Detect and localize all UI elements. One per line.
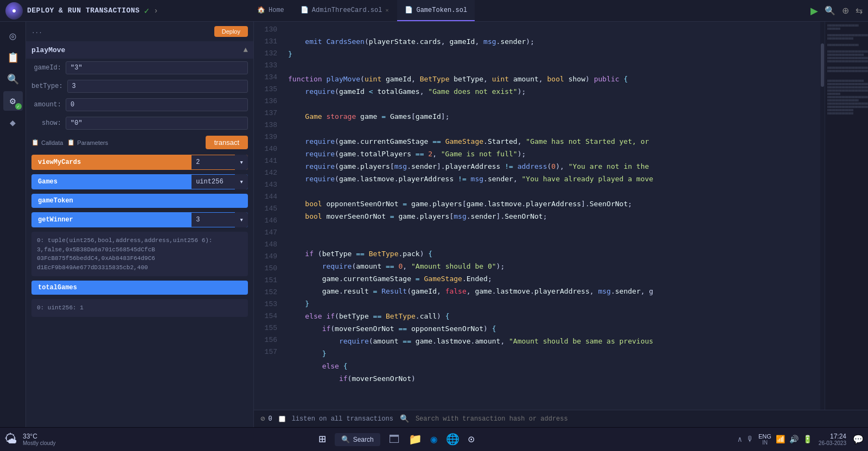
sidebar-item-compile[interactable]: ⚙ ✓ — [3, 91, 23, 111]
sidebar-item-deploy[interactable]: ◆ — [3, 113, 23, 132]
getwinner-button[interactable]: getWinner 3 ▾ — [31, 212, 248, 227]
search-icon: 🔍 — [7, 73, 19, 85]
gameid-label: gameId: — [31, 64, 61, 72]
search-button[interactable]: 🔍 — [825, 5, 835, 16]
viewmycards-value: 2 — [192, 155, 235, 169]
calldata-icon: 📋 — [31, 139, 39, 146]
show-input[interactable] — [66, 117, 248, 130]
tab-home[interactable]: 🏠 Home — [250, 0, 292, 21]
lang-label: ENG — [758, 433, 771, 440]
region-label: IN — [758, 440, 771, 446]
playmove-collapse[interactable]: ▲ — [244, 46, 248, 54]
app-logo: ● — [5, 2, 23, 20]
amount-input[interactable] — [66, 98, 248, 111]
taskbar-chrome-icon[interactable]: ⊙ — [468, 433, 475, 446]
games-arrow[interactable]: ▾ — [235, 174, 248, 189]
tab-admin[interactable]: 📄 AdminThreeCard.sol ✕ — [293, 0, 397, 21]
games-button[interactable]: Games uint256 ▾ — [31, 174, 248, 189]
sys-tray: ∧ 🎙 ENG IN 📶 🔊 🔋 — [738, 433, 812, 446]
getwinner-arrow[interactable]: ▾ — [235, 212, 248, 227]
tab-game[interactable]: 📄 GameToken.sol — [397, 0, 475, 21]
listen-label: listen on all transactions — [292, 415, 393, 423]
line-numbers: 130 131 132 133 134 135 136 137 138 139 … — [254, 22, 284, 410]
games-label: Games — [31, 175, 192, 189]
deploy-title: DEPLOY & RUN TRANSACTIONS — [27, 7, 140, 15]
files-icon: 📋 — [7, 52, 19, 63]
deploy-button[interactable]: Deploy — [214, 26, 248, 37]
sidebar-icons: ◎ 📋 🔍 ⚙ ✓ ◆ — [0, 22, 26, 427]
parameters-icon: 📋 — [67, 139, 75, 146]
code-content: 130 131 132 133 134 135 136 137 138 139 … — [254, 22, 868, 410]
taskbar-search-app[interactable]: 🔍 Search — [335, 433, 380, 446]
bottom-listen: ⊘ 0 — [260, 414, 272, 423]
left-panel: ... Deploy playMove ▲ gameId: betType: a… — [26, 22, 254, 427]
taskbar: 🌤 33°C Mostly cloudy ⊞ 🔍 Search 🗖 📁 ◉ 🌐 … — [0, 427, 868, 451]
bettype-input[interactable] — [67, 80, 248, 93]
gameid-input[interactable] — [66, 61, 248, 74]
taskbar-code-icon[interactable]: ◉ — [431, 433, 437, 446]
tab-admin-close[interactable]: ✕ — [385, 7, 388, 14]
volume-icon[interactable]: 🔊 — [789, 435, 799, 444]
arrow-icon: › — [154, 7, 158, 15]
zoom-in-button[interactable]: ⊕ — [842, 5, 849, 16]
taskbar-left: 🌤 33°C Mostly cloudy — [4, 431, 56, 447]
check-icon: ✓ — [144, 5, 150, 16]
chevron-up-icon[interactable]: ∧ — [738, 435, 742, 444]
mic-icon[interactable]: 🎙 — [746, 435, 754, 444]
listen-checkbox[interactable] — [279, 416, 285, 422]
tab-home-label: Home — [269, 7, 284, 14]
button-row: 📋 Calldata 📋 Parameters transact — [26, 132, 253, 153]
gameid-field: gameId: — [26, 59, 253, 77]
getwinner-output-text: 0: tuple(uint256,bool,address,address,ui… — [37, 237, 212, 271]
viewmycards-arrow[interactable]: ▾ — [235, 155, 248, 170]
stop-icon[interactable]: ⊘ — [260, 414, 265, 423]
playmove-header: playMove ▲ — [26, 41, 253, 59]
weather-desc: Mostly cloudy — [23, 440, 56, 446]
taskbar-desktop-icon[interactable]: 🗖 — [389, 433, 400, 446]
sidebar-item-files[interactable]: 📋 — [3, 48, 23, 67]
calldata-button[interactable]: 📋 Calldata — [31, 139, 63, 146]
run-button[interactable]: ▶ — [810, 5, 818, 17]
bettype-label: betType: — [31, 82, 63, 90]
top-bar-actions: ▶ 🔍 ⊕ ⇆ — [805, 5, 868, 17]
weather-icon: 🌤 — [4, 431, 17, 447]
getwinner-label: getWinner — [31, 213, 192, 227]
amount-label: amount: — [31, 101, 61, 109]
panel-label: ... — [31, 28, 42, 35]
vertical-scrollbar[interactable] — [820, 22, 825, 410]
transact-button[interactable]: transact — [206, 136, 248, 149]
date-display: 26-03-2023 — [819, 440, 846, 446]
home-icon: 🏠 — [257, 6, 265, 14]
tab-bar: 🏠 Home 📄 AdminThreeCard.sol ✕ 📄 GameToke… — [250, 0, 805, 21]
show-label: show: — [31, 119, 61, 127]
totalgames-button[interactable]: totalGames — [31, 281, 248, 295]
weather-info: 33°C Mostly cloudy — [23, 433, 56, 446]
gametoken-button[interactable]: gameToken — [31, 194, 248, 208]
battery-icon[interactable]: 🔋 — [803, 435, 812, 444]
expand-button[interactable]: ⇆ — [856, 5, 863, 16]
playmove-title: playMove — [31, 46, 65, 54]
viewmycards-button[interactable]: viewMyCards 2 ▾ — [31, 155, 248, 170]
wifi-icon[interactable]: 📶 — [776, 435, 785, 444]
file-icon-game: 📄 — [405, 6, 413, 14]
top-bar: ● DEPLOY & RUN TRANSACTIONS ✓ › 🏠 Home 📄… — [0, 0, 868, 22]
sidebar-item-search[interactable]: 🔍 — [3, 69, 23, 89]
show-field: show: — [26, 114, 253, 132]
code-lines[interactable]: emit CardsSeen(playerState.cards, gameId… — [284, 22, 820, 410]
sidebar-item-remix[interactable]: ◎ — [3, 26, 23, 46]
compile-badge: ✓ — [15, 103, 22, 110]
getwinner-value: 3 — [192, 213, 235, 227]
code-area: 130 131 132 133 134 135 136 137 138 139 … — [254, 22, 868, 427]
windows-icon[interactable]: ⊞ — [318, 432, 326, 447]
search-icon-bottom[interactable]: 🔍 — [400, 414, 409, 423]
search-input-bottom[interactable] — [416, 415, 861, 423]
taskbar-browser-icon[interactable]: 🌐 — [446, 433, 459, 446]
mini-map: ████████████████████████████████████████… — [825, 22, 868, 410]
taskbar-folder-icon[interactable]: 📁 — [409, 433, 422, 446]
notification-icon[interactable]: 💬 — [853, 434, 864, 445]
games-value: uint256 — [192, 175, 235, 189]
top-bar-left: ● DEPLOY & RUN TRANSACTIONS ✓ › — [0, 2, 250, 20]
taskbar-center: ⊞ 🔍 Search 🗖 📁 ◉ 🌐 ⊙ — [60, 432, 733, 447]
totalgames-output: 0: uint256: 1 — [31, 299, 248, 317]
parameters-button[interactable]: 📋 Parameters — [67, 139, 108, 146]
